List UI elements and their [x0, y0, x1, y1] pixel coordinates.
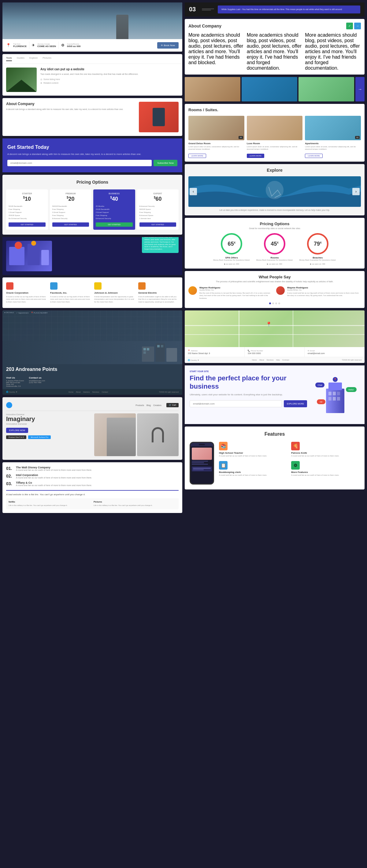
- nav-link[interactable]: Creators: [153, 404, 162, 406]
- feature-item: No Enhanced Security: [8, 217, 46, 220]
- country-text: 🌐 Country ▼: [6, 391, 18, 393]
- tab-tools[interactable]: Tools: [6, 57, 12, 61]
- meta-item-1: ◎ Some listing here: [40, 78, 138, 81]
- road-vertical-2: [293, 310, 293, 347]
- feature-item: Free Shipping: [139, 211, 176, 214]
- room-name-1: Grand Delux Room: [189, 142, 244, 145]
- svg-text:Chat: Chat: [318, 384, 322, 386]
- ge-name: General Electric: [138, 291, 178, 294]
- feature-name-2: Patrons Knife: [291, 452, 360, 454]
- circle-rooms: 45x Rooms Money Back Guarantee No Questi…: [256, 233, 293, 265]
- rooms-card: Rooms / Suites. 44 Grand Delux Room Lore…: [185, 104, 365, 162]
- nav-services[interactable]: Services: [92, 391, 99, 393]
- country-selector[interactable]: 🌐 Country ▼: [6, 391, 18, 393]
- tab-pictures[interactable]: Pictures: [43, 57, 51, 61]
- about-btn-check[interactable]: ✓: [346, 23, 353, 29]
- meta-icon-1: ◎: [40, 78, 42, 81]
- right-column: 03 While Supplies Last - You had this ti…: [185, 2, 365, 513]
- rooms-grid: 44 Grand Delux Room Lorem ipsum dolor si…: [189, 116, 361, 158]
- about-title: About Company: [6, 102, 135, 106]
- pricing-title: Pricing Options: [6, 180, 178, 185]
- model-image: [94, 413, 136, 456]
- about-desc: A decent rule brings a standard along wi…: [6, 108, 135, 111]
- meta-text-2: Related content: [44, 82, 58, 84]
- headphone-image: [137, 413, 178, 456]
- fn-about[interactable]: About: [259, 359, 264, 361]
- website-tab-bar: Tools Guides Explore Pictures: [2, 54, 182, 64]
- svg-rect-2: [41, 250, 49, 265]
- get-started-premium[interactable]: GET STARTED: [52, 222, 89, 227]
- price-box-business: BUSINESS $40 25 Months 25GB Bandwidth 2 …: [93, 189, 135, 230]
- road-horizontal-2: [185, 334, 365, 335]
- get-started-expert[interactable]: GET STARTED: [139, 222, 176, 227]
- phone-mockup: [190, 442, 214, 485]
- price-box-premium: PREMIUM $20 500GB Bandwidth Free Shippin…: [50, 189, 92, 230]
- map-grid: [2, 310, 182, 341]
- dot-4[interactable]: [278, 303, 280, 304]
- mountain-shape: [6, 80, 37, 92]
- room-btn-2[interactable]: LEARN MORE: [247, 154, 264, 158]
- price-box-expert: EXPERT $60 Enhanced Security 500GB Space…: [137, 189, 179, 230]
- tier-label-expert: EXPERT: [139, 192, 176, 195]
- feature-name-1: High School Teacher: [219, 452, 287, 454]
- dot-3[interactable]: [275, 303, 277, 304]
- about-col-3: More academics should blog, post videos,…: [305, 32, 361, 71]
- nav-interiors[interactable]: Interiors: [83, 391, 90, 393]
- strip-next-arrow[interactable]: →: [356, 77, 365, 101]
- nav-home[interactable]: Home: [68, 391, 74, 393]
- nav-link[interactable]: Products: [136, 404, 144, 406]
- oracle-name: Oracle Corporation: [6, 291, 47, 294]
- explore-button[interactable]: EXPLORE NOW: [6, 428, 28, 433]
- circle-sub-2: Money Back Guarantee No Questions Asked.: [256, 259, 293, 261]
- dot-2[interactable]: [272, 303, 274, 304]
- features-business: 25 Months 25GB Bandwidth 2 Email Support…: [96, 205, 133, 220]
- to-field[interactable]: Journey Create COME AS SEEN: [37, 43, 56, 48]
- svg-rect-20: [329, 397, 332, 401]
- room-desc-1: Lorem ipsum dolor sit amet, consectetur …: [189, 146, 244, 151]
- book-now-button[interactable]: ✈ Book Now: [157, 42, 178, 49]
- tab-explore[interactable]: Explore: [29, 57, 38, 61]
- headphone-visual: [137, 413, 178, 456]
- nav-contact[interactable]: Contact: [102, 391, 108, 393]
- circles-row: 65x SPA Offers Money Back Guarantee No Q…: [189, 233, 361, 265]
- oracle-desc: A round a nd fair as our big earth of he…: [6, 296, 47, 303]
- subscribe-button[interactable]: Subscribe Now: [153, 160, 177, 166]
- strip-image-3: [299, 77, 354, 101]
- paper-right: Pictures Life in the military is a flat …: [93, 501, 176, 506]
- footer-country[interactable]: 🌐 Country ▼: [188, 359, 199, 361]
- find-email-input[interactable]: [190, 400, 282, 407]
- email-input[interactable]: [7, 160, 152, 166]
- from-field[interactable]: Trip from FLORENCE: [13, 43, 27, 48]
- about-btn-arrow[interactable]: →: [354, 23, 361, 29]
- find-explore-button[interactable]: EXPLORE MORE: [284, 400, 307, 407]
- banner-card: 03 While Supplies Last - You had this ti…: [185, 2, 365, 17]
- feature-item: Free Shipping: [96, 214, 133, 217]
- room-grand-delux: 44 Grand Delux Room Lorem ipsum dolor si…: [189, 116, 244, 158]
- get-started-starter[interactable]: GET STARTED: [8, 222, 46, 227]
- get-started-business[interactable]: GET STARTED: [96, 222, 133, 227]
- cart-button[interactable]: 🛒 Cart: [166, 403, 178, 407]
- item-num-3: 03.: [6, 481, 13, 486]
- guests-field[interactable]: Guests/Rooms 0/0/0 as 000: [67, 43, 80, 48]
- badge-1: Product One 5 In 5: [6, 435, 26, 439]
- fn-contract[interactable]: Contract: [282, 359, 289, 361]
- fn-home[interactable]: Home: [252, 359, 257, 361]
- appointment-text: ✓ Appointment: [16, 312, 28, 314]
- room-btn-3[interactable]: LEARN MORE: [305, 154, 323, 158]
- testimonial-1: Mayme Rodriguez Quoter/Writer, Inc. But …: [189, 286, 273, 300]
- feature-item: 50GB Bandwidth: [8, 205, 46, 208]
- item-num-2: 02.: [6, 473, 13, 478]
- room-btn-1[interactable]: LEARN MORE: [189, 154, 206, 158]
- tab-guides[interactable]: Guides: [17, 57, 25, 61]
- circle-val-3: 79x: [314, 241, 322, 247]
- nav-about[interactable]: About: [76, 391, 81, 393]
- phone-card-line-2: [193, 469, 204, 470]
- nav-link[interactable]: Blog: [146, 404, 151, 406]
- fn-help[interactable]: Help: [276, 359, 280, 361]
- explore-next-arrow[interactable]: ›: [352, 188, 360, 195]
- explore-prev-arrow[interactable]: ‹: [190, 188, 197, 195]
- dot-1[interactable]: [269, 303, 271, 304]
- field-separator-2: [58, 41, 59, 49]
- fn-services[interactable]: Services: [266, 359, 274, 361]
- property-map-card: ● ON SALE ✓ Appointment 📍 PLACE NEARBY: [2, 310, 182, 395]
